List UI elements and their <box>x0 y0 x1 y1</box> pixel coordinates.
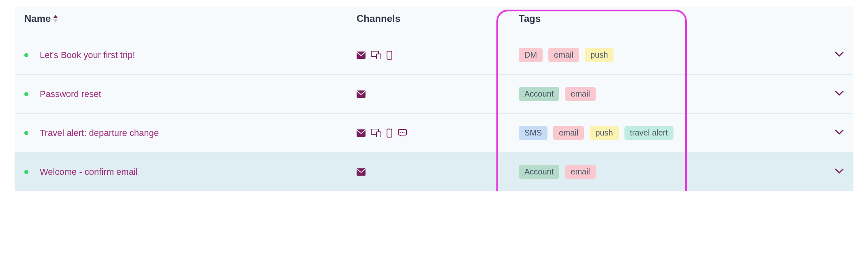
svg-point-16 <box>402 131 403 133</box>
tag-badge[interactable]: email <box>553 126 584 140</box>
chevron-down-icon <box>835 52 844 57</box>
chevron-down-icon <box>835 129 844 135</box>
tag-badge[interactable]: travel alert <box>624 126 673 140</box>
email-icon <box>357 52 366 59</box>
sms-icon <box>398 129 407 137</box>
row-name-link[interactable]: Travel alert: departure change <box>40 128 159 138</box>
table-header-row: Name Channels Tags <box>15 6 853 36</box>
table-row[interactable]: Let's Book your first trip! DMemailpush <box>15 36 853 74</box>
tags-list: Accountemail <box>519 87 596 101</box>
channel-icons <box>357 90 366 98</box>
status-dot-icon <box>24 170 28 174</box>
tag-badge[interactable]: Account <box>519 87 559 101</box>
tag-badge[interactable]: email <box>565 165 596 179</box>
column-header-tags[interactable]: Tags <box>519 13 541 24</box>
status-dot-icon <box>24 53 28 57</box>
expand-row-button[interactable] <box>835 168 844 176</box>
svg-marker-0 <box>53 15 58 18</box>
desktop-icon <box>371 129 381 137</box>
svg-marker-1 <box>53 19 58 22</box>
tag-badge[interactable]: Account <box>519 165 559 179</box>
svg-rect-12 <box>389 129 390 130</box>
expand-row-button[interactable] <box>835 52 844 59</box>
tags-list: SMSemailpushtravel alert <box>519 126 673 140</box>
chevron-down-icon <box>835 90 844 96</box>
notifications-table: Name Channels Tags Let's Book your first… <box>0 0 868 191</box>
svg-point-15 <box>400 131 402 133</box>
tags-list: DMemailpush <box>519 48 614 62</box>
svg-point-17 <box>404 131 405 133</box>
status-dot-icon <box>24 131 28 135</box>
column-header-name[interactable]: Name <box>24 13 51 24</box>
email-icon <box>357 90 366 98</box>
column-header-channels[interactable]: Channels <box>357 13 400 24</box>
tag-badge[interactable]: DM <box>519 48 543 62</box>
tag-badge[interactable]: push <box>590 126 618 140</box>
desktop-icon <box>371 51 381 59</box>
row-name-link[interactable]: Let's Book your first trip! <box>40 50 135 60</box>
channel-icons <box>357 129 407 138</box>
tags-list: Accountemail <box>519 165 596 179</box>
svg-rect-10 <box>376 132 381 137</box>
tag-badge[interactable]: email <box>548 48 579 62</box>
mobile-icon <box>387 51 392 60</box>
tag-badge[interactable]: email <box>565 87 596 101</box>
expand-row-button[interactable] <box>835 129 844 137</box>
svg-marker-14 <box>400 135 402 137</box>
table-row[interactable]: Travel alert: departure change SMSemailp… <box>15 113 853 152</box>
channel-icons <box>357 168 366 176</box>
expand-row-button[interactable] <box>835 90 844 98</box>
channel-icons <box>357 51 392 60</box>
table-row[interactable]: Password reset Accountemail <box>15 74 853 113</box>
svg-rect-6 <box>389 52 390 52</box>
email-icon <box>357 129 366 137</box>
tag-badge[interactable]: SMS <box>519 126 547 140</box>
mobile-icon <box>387 129 392 138</box>
table-row[interactable]: Welcome - confirm email Accountemail <box>15 152 853 191</box>
row-name-link[interactable]: Password reset <box>40 89 101 99</box>
sort-icon[interactable] <box>53 15 58 22</box>
chevron-down-icon <box>835 168 844 174</box>
svg-rect-4 <box>376 54 381 59</box>
row-name-link[interactable]: Welcome - confirm email <box>40 167 138 177</box>
status-dot-icon <box>24 92 28 96</box>
tag-badge[interactable]: push <box>585 48 614 62</box>
email-icon <box>357 168 366 176</box>
